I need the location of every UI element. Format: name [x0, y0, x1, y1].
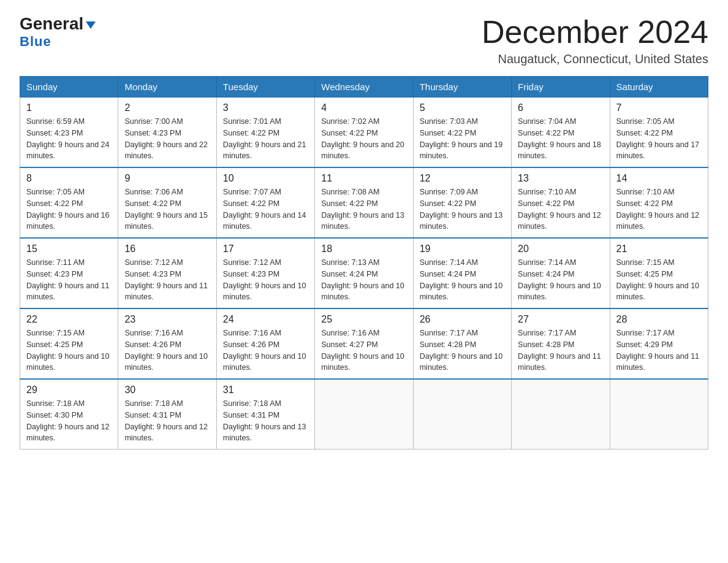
day-info: Sunrise: 7:11 AM Sunset: 4:23 PM Dayligh…: [26, 257, 112, 303]
day-info: Sunrise: 7:07 AM Sunset: 4:22 PM Dayligh…: [223, 186, 308, 232]
day-info: Sunrise: 7:17 AM Sunset: 4:28 PM Dayligh…: [518, 327, 603, 373]
header-monday: Monday: [118, 77, 216, 98]
calendar-day-cell: 3 Sunrise: 7:01 AM Sunset: 4:22 PM Dayli…: [216, 98, 314, 168]
day-info: Sunrise: 7:02 AM Sunset: 4:22 PM Dayligh…: [321, 116, 406, 162]
day-number: 13: [518, 173, 603, 184]
month-title: December 2024: [482, 15, 708, 50]
day-info: Sunrise: 7:18 AM Sunset: 4:30 PM Dayligh…: [26, 398, 112, 444]
day-number: 6: [518, 102, 603, 113]
day-info: Sunrise: 7:17 AM Sunset: 4:29 PM Dayligh…: [616, 327, 702, 373]
calendar-day-cell: 1 Sunrise: 6:59 AM Sunset: 4:23 PM Dayli…: [20, 98, 118, 168]
calendar-day-cell: 17 Sunrise: 7:12 AM Sunset: 4:23 PM Dayl…: [216, 238, 314, 308]
day-info: Sunrise: 7:13 AM Sunset: 4:24 PM Dayligh…: [321, 257, 406, 303]
calendar-day-cell: 22 Sunrise: 7:15 AM Sunset: 4:25 PM Dayl…: [20, 308, 118, 379]
day-number: 14: [616, 173, 702, 184]
title-section: December 2024 Naugatuck, Connecticut, Un…: [482, 15, 708, 66]
day-info: Sunrise: 7:05 AM Sunset: 4:22 PM Dayligh…: [26, 186, 112, 232]
day-info: Sunrise: 7:04 AM Sunset: 4:22 PM Dayligh…: [518, 116, 603, 162]
day-number: 16: [124, 243, 210, 255]
calendar-day-cell: 24 Sunrise: 7:16 AM Sunset: 4:26 PM Dayl…: [216, 308, 314, 379]
calendar-day-cell: [413, 379, 511, 450]
calendar-day-cell: 28 Sunrise: 7:17 AM Sunset: 4:29 PM Dayl…: [610, 308, 708, 379]
calendar-day-cell: 19 Sunrise: 7:14 AM Sunset: 4:24 PM Dayl…: [413, 238, 511, 308]
day-number: 10: [223, 173, 308, 184]
day-number: 17: [223, 243, 308, 255]
weekday-header-row: Sunday Monday Tuesday Wednesday Thursday…: [20, 77, 708, 98]
calendar-day-cell: 12 Sunrise: 7:09 AM Sunset: 4:22 PM Dayl…: [413, 167, 511, 238]
calendar-day-cell: 11 Sunrise: 7:08 AM Sunset: 4:22 PM Dayl…: [315, 167, 413, 238]
day-info: Sunrise: 7:14 AM Sunset: 4:24 PM Dayligh…: [518, 257, 603, 303]
day-number: 3: [223, 102, 308, 113]
calendar-day-cell: 26 Sunrise: 7:17 AM Sunset: 4:28 PM Dayl…: [413, 308, 511, 379]
calendar-day-cell: [315, 379, 413, 450]
header-sunday: Sunday: [20, 77, 118, 98]
day-info: Sunrise: 7:05 AM Sunset: 4:22 PM Dayligh…: [616, 116, 702, 162]
day-number: 9: [124, 173, 210, 184]
calendar-day-cell: [610, 379, 708, 450]
day-info: Sunrise: 7:16 AM Sunset: 4:26 PM Dayligh…: [124, 327, 210, 373]
calendar-week-row: 29 Sunrise: 7:18 AM Sunset: 4:30 PM Dayl…: [20, 379, 708, 450]
calendar-day-cell: 8 Sunrise: 7:05 AM Sunset: 4:22 PM Dayli…: [20, 167, 118, 238]
calendar-day-cell: 18 Sunrise: 7:13 AM Sunset: 4:24 PM Dayl…: [315, 238, 413, 308]
calendar-day-cell: 27 Sunrise: 7:17 AM Sunset: 4:28 PM Dayl…: [512, 308, 610, 379]
day-number: 26: [420, 314, 505, 325]
day-number: 8: [26, 173, 112, 184]
calendar-day-cell: 10 Sunrise: 7:07 AM Sunset: 4:22 PM Dayl…: [216, 167, 314, 238]
day-number: 2: [124, 102, 210, 113]
calendar-day-cell: 15 Sunrise: 7:11 AM Sunset: 4:23 PM Dayl…: [20, 238, 118, 308]
day-info: Sunrise: 7:17 AM Sunset: 4:28 PM Dayligh…: [420, 327, 505, 373]
logo-line2: Blue: [20, 34, 51, 50]
day-info: Sunrise: 7:18 AM Sunset: 4:31 PM Dayligh…: [124, 398, 210, 444]
page-header: General Blue December 2024 Naugatuck, Co…: [20, 15, 708, 66]
day-number: 1: [26, 102, 112, 113]
day-info: Sunrise: 7:10 AM Sunset: 4:22 PM Dayligh…: [616, 186, 702, 232]
day-number: 18: [321, 243, 406, 255]
calendar-day-cell: [512, 379, 610, 450]
day-number: 28: [616, 314, 702, 325]
day-info: Sunrise: 7:01 AM Sunset: 4:22 PM Dayligh…: [223, 116, 308, 162]
day-info: Sunrise: 7:16 AM Sunset: 4:27 PM Dayligh…: [321, 327, 406, 373]
day-number: 21: [616, 243, 702, 255]
day-info: Sunrise: 7:09 AM Sunset: 4:22 PM Dayligh…: [420, 186, 505, 232]
calendar-table: Sunday Monday Tuesday Wednesday Thursday…: [20, 76, 708, 450]
calendar-day-cell: 13 Sunrise: 7:10 AM Sunset: 4:22 PM Dayl…: [512, 167, 610, 238]
day-info: Sunrise: 7:18 AM Sunset: 4:31 PM Dayligh…: [223, 398, 308, 444]
day-number: 15: [26, 243, 112, 255]
calendar-day-cell: 20 Sunrise: 7:14 AM Sunset: 4:24 PM Dayl…: [512, 238, 610, 308]
day-info: Sunrise: 7:16 AM Sunset: 4:26 PM Dayligh…: [223, 327, 308, 373]
day-number: 12: [420, 173, 505, 184]
day-number: 29: [26, 385, 112, 396]
header-saturday: Saturday: [610, 77, 708, 98]
calendar-day-cell: 16 Sunrise: 7:12 AM Sunset: 4:23 PM Dayl…: [118, 238, 216, 308]
calendar-day-cell: 31 Sunrise: 7:18 AM Sunset: 4:31 PM Dayl…: [216, 379, 314, 450]
day-info: Sunrise: 7:10 AM Sunset: 4:22 PM Dayligh…: [518, 186, 603, 232]
day-number: 24: [223, 314, 308, 325]
calendar-day-cell: 23 Sunrise: 7:16 AM Sunset: 4:26 PM Dayl…: [118, 308, 216, 379]
day-info: Sunrise: 7:03 AM Sunset: 4:22 PM Dayligh…: [420, 116, 505, 162]
day-number: 19: [420, 243, 505, 255]
location-title: Naugatuck, Connecticut, United States: [482, 52, 708, 66]
day-number: 30: [124, 385, 210, 396]
day-number: 11: [321, 173, 406, 184]
day-number: 25: [321, 314, 406, 325]
calendar-week-row: 15 Sunrise: 7:11 AM Sunset: 4:23 PM Dayl…: [20, 238, 708, 308]
calendar-day-cell: 21 Sunrise: 7:15 AM Sunset: 4:25 PM Dayl…: [610, 238, 708, 308]
calendar-week-row: 1 Sunrise: 6:59 AM Sunset: 4:23 PM Dayli…: [20, 98, 708, 168]
logo-line1: General: [20, 15, 96, 34]
calendar-day-cell: 25 Sunrise: 7:16 AM Sunset: 4:27 PM Dayl…: [315, 308, 413, 379]
day-info: Sunrise: 7:12 AM Sunset: 4:23 PM Dayligh…: [124, 257, 210, 303]
day-number: 31: [223, 385, 308, 396]
calendar-week-row: 8 Sunrise: 7:05 AM Sunset: 4:22 PM Dayli…: [20, 167, 708, 238]
calendar-day-cell: 9 Sunrise: 7:06 AM Sunset: 4:22 PM Dayli…: [118, 167, 216, 238]
day-info: Sunrise: 7:06 AM Sunset: 4:22 PM Dayligh…: [124, 186, 210, 232]
day-info: Sunrise: 7:14 AM Sunset: 4:24 PM Dayligh…: [420, 257, 505, 303]
calendar-day-cell: 2 Sunrise: 7:00 AM Sunset: 4:23 PM Dayli…: [118, 98, 216, 168]
day-number: 5: [420, 102, 505, 113]
header-friday: Friday: [512, 77, 610, 98]
day-info: Sunrise: 7:15 AM Sunset: 4:25 PM Dayligh…: [616, 257, 702, 303]
day-number: 4: [321, 102, 406, 113]
calendar-day-cell: 14 Sunrise: 7:10 AM Sunset: 4:22 PM Dayl…: [610, 167, 708, 238]
calendar-day-cell: 30 Sunrise: 7:18 AM Sunset: 4:31 PM Dayl…: [118, 379, 216, 450]
day-number: 23: [124, 314, 210, 325]
day-info: Sunrise: 7:00 AM Sunset: 4:23 PM Dayligh…: [124, 116, 210, 162]
